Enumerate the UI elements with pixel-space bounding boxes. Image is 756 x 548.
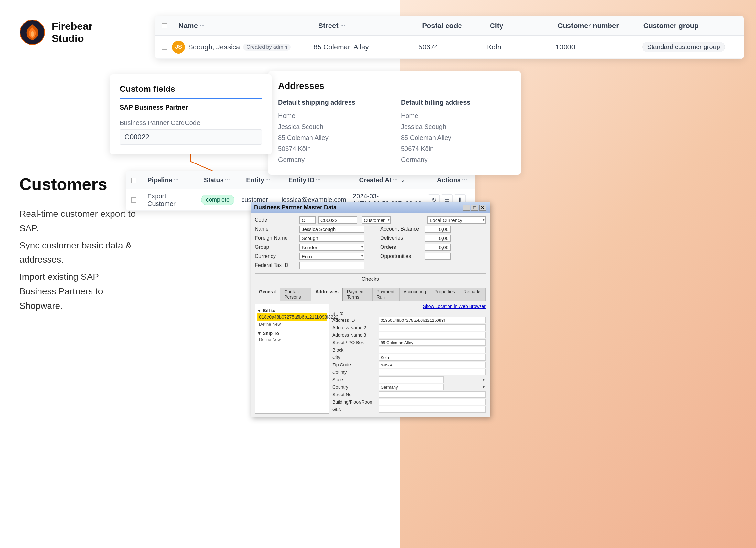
sap-gln-input[interactable] — [379, 406, 486, 413]
sap-address-id-label: Address ID — [332, 317, 378, 323]
sap-group-input[interactable] — [299, 244, 364, 251]
sap-federal-tax-input[interactable] — [299, 262, 364, 269]
td-street: 85 Coleman Alley — [309, 43, 415, 51]
sap-ship-define-new[interactable]: Define New — [257, 336, 327, 343]
sap-tab-properties[interactable]: Properties — [430, 287, 459, 301]
addresses-title: Addresses — [278, 81, 511, 91]
brand-name: Firebear Studio — [52, 20, 92, 45]
sap-window-buttons: _ □ ✕ — [463, 205, 486, 211]
sap-block-label: Block — [332, 347, 378, 352]
sap-tab-payment-run[interactable]: Payment Run — [372, 287, 399, 301]
th-name: Name ··· — [175, 22, 314, 30]
td-postal: 50674 — [415, 43, 483, 51]
sap-currency2-input[interactable] — [299, 253, 364, 260]
sap-main-form: Name Foreign Name Group ▾ Currency — [255, 226, 486, 271]
pipeline-header-checkbox[interactable] — [131, 177, 144, 183]
sap-state-row: State ▾ — [332, 376, 486, 383]
billing-address-text: Home Jessica Scough 85 Coleman Alley 506… — [401, 110, 511, 165]
sap-tabs: General Contact Persons Addresses Paymen… — [255, 287, 486, 301]
sap-body: Code ▾ ▾ Name Foreign Nam — [251, 213, 490, 417]
sap-tab-general[interactable]: General — [255, 287, 280, 301]
sap-county-row: County — [332, 369, 486, 375]
sap-zip-input[interactable] — [379, 361, 486, 368]
sap-state-label: State — [332, 377, 378, 382]
sap-state-input[interactable] — [379, 376, 444, 383]
status-badge: complete — [201, 195, 234, 205]
customer-group-badge: Standard customer group — [642, 42, 725, 52]
sap-show-location-link[interactable]: Show Location in Web Browser — [332, 304, 486, 309]
sap-titlebar: Business Partner Master Data _ □ ✕ — [251, 202, 490, 213]
sap-city-row: City — [332, 354, 486, 360]
sap-close-btn[interactable]: ✕ — [479, 205, 486, 211]
sap-name-input[interactable] — [299, 226, 364, 233]
td-name: JS Scough, Jessica Created by admin — [168, 41, 309, 54]
sap-zip-label: Zip Code — [332, 362, 378, 367]
sap-tab-accounting[interactable]: Accounting — [399, 287, 430, 301]
sap-group-select: ▾ — [299, 244, 364, 251]
sap-bill-to-item[interactable]: 018e0a48b07275a5b6b1211b093f8222 — [257, 313, 327, 321]
sap-address-id-input[interactable] — [379, 317, 486, 323]
shipping-address-text: Home Jessica Scough 85 Coleman Alley 506… — [278, 110, 388, 165]
sap-addr-name3-input[interactable] — [379, 332, 486, 338]
sap-tab-contact[interactable]: Contact Persons — [280, 287, 311, 301]
sort-icon[interactable]: ⌄ — [400, 177, 405, 183]
sap-addr-name3-label: Address Name 3 — [332, 332, 378, 338]
header-checkbox[interactable] — [162, 23, 175, 29]
sap-tab-addresses[interactable]: Addresses — [311, 287, 343, 301]
sap-currency-row: Currency ▾ — [255, 253, 364, 260]
sap-minimize-btn[interactable]: _ — [463, 205, 470, 211]
sap-county-input[interactable] — [379, 369, 486, 375]
sap-name-label: Name — [255, 226, 297, 232]
sap-block-input[interactable] — [379, 347, 486, 353]
sap-code-row: Code ▾ ▾ — [255, 217, 486, 224]
sap-foreign-name-input[interactable] — [299, 235, 364, 242]
sap-state-select-wrap: ▾ — [379, 376, 486, 383]
sap-building-input[interactable] — [379, 399, 486, 405]
sap-country-input[interactable] — [379, 384, 444, 390]
sap-orders-row: Orders — [380, 244, 486, 251]
sap-bill-define-new[interactable]: Define New — [257, 321, 327, 328]
th-status: Status ··· — [201, 177, 243, 184]
sap-deliveries-input — [425, 235, 451, 242]
sap-gln-label: GLN — [332, 407, 378, 412]
th-city: City — [486, 22, 554, 30]
page-title: Customers — [19, 175, 136, 194]
sap-code-input[interactable] — [299, 217, 316, 224]
sap-address-details: Show Location in Web Browser Bill to Add… — [332, 304, 486, 414]
sap-right-col: Account Balance Deliveries Orders Opport… — [380, 226, 486, 271]
sap-building-row: Building/Floor/Room — [332, 399, 486, 405]
sap-country-label: Country — [332, 384, 378, 390]
sap-street-input[interactable] — [379, 339, 486, 346]
sap-currency-input[interactable] — [427, 217, 486, 224]
sap-street-no-input[interactable] — [379, 391, 486, 398]
th-customer-group: Customer group — [640, 22, 737, 30]
sap-currency2-label: Currency — [255, 253, 297, 259]
sap-window: Business Partner Master Data _ □ ✕ Code … — [251, 202, 490, 417]
th-postal: Postal code — [418, 22, 486, 30]
sap-opportunities-input — [425, 253, 451, 260]
table-row[interactable]: JS Scough, Jessica Created by admin 85 C… — [155, 36, 744, 59]
sap-tab-remarks[interactable]: Remarks — [459, 287, 486, 301]
th-dots-name: ··· — [200, 22, 205, 29]
sap-bill-to-group-label: ▼ Bill to — [257, 308, 327, 313]
sap-maximize-btn[interactable]: □ — [471, 205, 478, 211]
th-street: Street ··· — [314, 22, 418, 30]
th-entity: Entity ··· — [243, 177, 285, 184]
sap-code-label: Code — [255, 217, 297, 223]
sap-tab-payment-terms[interactable]: Payment Terms — [343, 287, 373, 301]
sap-opportunities-label: Opportunities — [380, 253, 422, 259]
sap-type-input[interactable] — [362, 217, 391, 224]
sap-left-col: Name Foreign Name Group ▾ Currency — [255, 226, 364, 271]
sap-account-balance-row: Account Balance — [380, 226, 486, 233]
sap-addr-name2-input[interactable] — [379, 324, 486, 331]
sap-city-input[interactable] — [379, 354, 486, 360]
billing-address-col: Default billing address Home Jessica Sco… — [401, 99, 511, 165]
row-checkbox[interactable] — [162, 44, 168, 50]
sap-code-value-input[interactable] — [318, 217, 357, 224]
logo-area: Firebear Studio — [19, 19, 136, 45]
sap-deliveries-label: Deliveries — [380, 235, 422, 241]
sap-city-label: City — [332, 355, 378, 360]
pipeline-row-checkbox[interactable] — [131, 197, 144, 203]
sap-federal-tax-row: Federal Tax ID — [255, 262, 364, 269]
firebear-logo-icon — [19, 19, 45, 45]
